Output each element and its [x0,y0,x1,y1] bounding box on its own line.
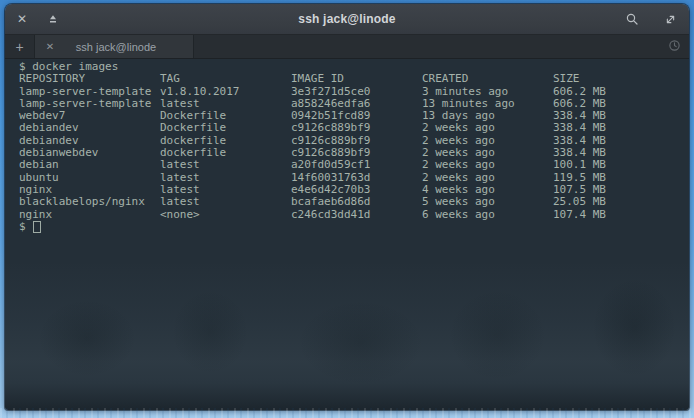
table-row: nginx <none> c246cd3dd41d 6 weeks ago 10… [19,209,689,221]
terminal-cursor [33,221,41,233]
table-row: debiandev Dockerfile c9126c889bf9 2 week… [19,122,689,134]
cell-size: 338.4 MB [553,122,689,134]
search-icon [625,12,639,26]
wallpaper-bleed-through [5,260,689,410]
cell-created: 6 weeks ago [422,209,553,221]
fullscreen-icon [664,13,677,26]
cell-repository: debiandev [19,122,160,134]
titlebar[interactable]: ✕ ssh jack@linode [5,4,689,35]
history-button[interactable] [659,35,689,58]
tab-close-button[interactable]: ✕ [43,41,57,52]
column-header-size: SIZE [553,73,689,85]
cell-size: 25.05 MB [553,196,689,208]
close-icon: ✕ [17,12,27,26]
cell-tag: latest [160,196,291,208]
column-header-tag: TAG [160,73,291,85]
table-header-row: REPOSITORY TAG IMAGE ID CREATED SIZE [19,73,689,85]
cell-created: 2 weeks ago [422,159,553,171]
eject-button[interactable] [42,8,64,30]
fullscreen-button[interactable] [659,8,681,30]
cell-image-id: bcafaeb6d86d [291,196,422,208]
cell-tag: Dockerfile [160,122,291,134]
image-table: lamp-server-template v1.8.10.2017 3e3f27… [19,86,689,221]
prompt-line: $ [19,221,689,233]
terminal-window: ✕ ssh jack@linode + [5,4,689,410]
cell-repository: nginx [19,209,160,221]
column-header-created: CREATED [422,73,553,85]
command-line: $ docker images [19,61,689,73]
column-header-repository: REPOSITORY [19,73,160,85]
cell-size: 100.1 MB [553,159,689,171]
tabbar: + ✕ ssh jack@linode [5,35,689,59]
close-icon: ✕ [46,41,54,52]
tab-title: ssh jack@linode [57,41,185,53]
cell-repository: blacklabelops/nginx [19,196,160,208]
table-row: blacklabelops/nginx latest bcafaeb6d86d … [19,196,689,208]
cell-image-id: c246cd3dd41d [291,209,422,221]
cell-created: 2 weeks ago [422,122,553,134]
shell-prompt: $ [19,221,26,233]
tabbar-spacer [194,35,659,58]
search-button[interactable] [621,8,643,30]
cell-created: 5 weeks ago [422,196,553,208]
eject-icon [47,13,59,25]
cell-image-id: c9126c889bf9 [291,122,422,134]
cell-tag: latest [160,159,291,171]
cell-size: 107.4 MB [553,209,689,221]
clock-icon [668,38,681,56]
cell-image-id: a20fd0d59cf1 [291,159,422,171]
terminal-output[interactable]: $ docker images REPOSITORY TAG IMAGE ID … [5,59,689,410]
window-title: ssh jack@linode [5,12,689,26]
cell-tag: <none> [160,209,291,221]
table-row: debian latest a20fd0d59cf1 2 weeks ago 1… [19,159,689,171]
column-header-image-id: IMAGE ID [291,73,422,85]
new-tab-button[interactable]: + [5,35,35,58]
tab-ssh-session[interactable]: ✕ ssh jack@linode [35,35,194,58]
cell-repository: debian [19,159,160,171]
plus-icon: + [15,39,23,55]
window-close-button[interactable]: ✕ [11,8,33,30]
